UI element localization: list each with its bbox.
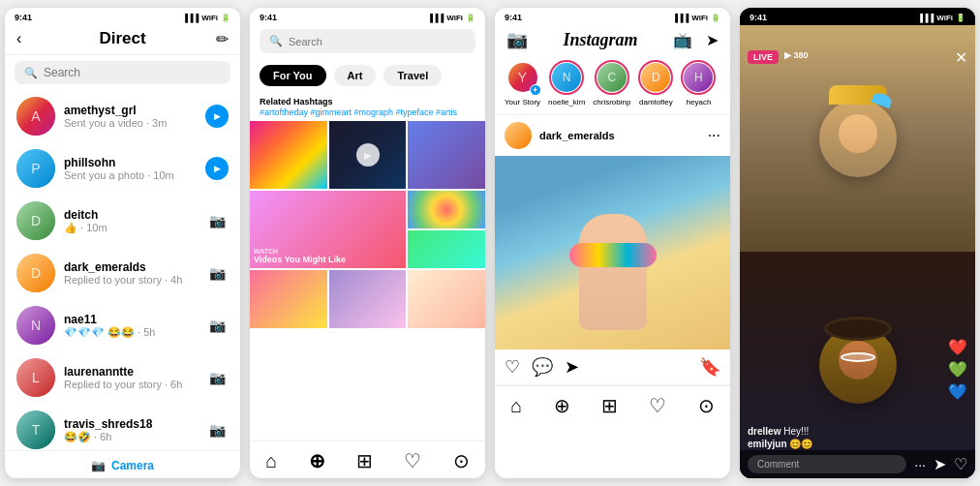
explore-cell-4[interactable] [408,191,485,228]
nav-add-2[interactable]: ⊞ [356,449,373,472]
explore-cell-2[interactable]: ▶ [329,121,407,189]
dm-preview: Replied to your story · 4h [64,274,197,286]
time-1: 9:41 [15,13,32,22]
live-send-icon[interactable]: ➤ [934,455,946,473]
dm-avatar: T [16,410,55,449]
story-inner-3: D [641,63,670,92]
battery-icon-4: 🔋 [956,14,965,22]
dm-action: 📷 [205,418,229,441]
nav-profile-2[interactable]: ⊙ [453,449,470,472]
explore-cell-8[interactable] [408,270,485,328]
dm-name: dark_emeralds [64,260,197,274]
explore-row-2: WATCH Videos You Might Like [250,191,485,268]
camera-action-icon: 📷 [209,422,226,438]
post-username[interactable]: dark_emeralds [539,130,700,141]
explore-cell-5[interactable] [408,230,485,268]
hand-bracelet-image [495,156,730,349]
dm-preview: Replied to your story · 6h [64,379,197,390]
dm-info: phillsohnSent you a photo · 10m [64,156,197,181]
search-input-1[interactable] [44,66,221,79]
signal-icon-2: ▐▐▐ [427,14,444,22]
emoji-heart: ❤️ [948,338,967,356]
live-input-bar: ··· ➤ ♡ [740,450,975,478]
comment-text-1: Hey!!! [783,426,809,437]
dm-info: laurenanntteReplied to your story · 6h [64,365,197,390]
dm-name: amethyst_grl [64,104,197,117]
wifi-icon-2: WiFi [446,14,463,22]
explore-search-input[interactable] [289,36,466,47]
tab-travel[interactable]: Travel [383,65,442,86]
camera-label[interactable]: Camera [111,459,154,472]
search-bar-1[interactable]: 🔍 [15,61,230,84]
tab-art[interactable]: Art [334,65,377,86]
wifi-icon-4: WiFi [936,14,953,22]
story-item-4[interactable]: H heyach [681,60,716,106]
explore-cell-3[interactable] [408,121,485,189]
search-icon-2: 🔍 [269,35,283,47]
time-2: 9:41 [260,13,277,22]
nav-search-2[interactable]: ⊕ [309,449,325,472]
like-icon[interactable]: ♡ [505,356,520,378]
story-item-0[interactable]: Y + Your Story [505,60,540,106]
nav-add-3[interactable]: ⊞ [601,394,618,417]
live-comments: drellew Hey!!! emilyjun 😊😊 [748,426,967,451]
story-name-2: chrisrobinp [593,98,630,106]
explore-grid: ▶ WATCH Videos You Might Like [250,121,485,440]
nav-heart-2[interactable]: ♡ [404,449,421,472]
nav-home-2[interactable]: ⌂ [265,450,277,472]
play-button[interactable]: ▶ [205,105,229,128]
explore-search-bar[interactable]: 🔍 [260,29,475,53]
tab-for-you[interactable]: For You [260,65,326,86]
dm-item-nae11[interactable]: Nnae11💎💎💎 😂😂 · 5h📷 [5,299,240,351]
dm-name: laurenanntte [64,365,197,379]
live-options-icon[interactable]: ··· [914,457,926,472]
cell-img-wide: WATCH Videos You Might Like [250,191,406,268]
story-item-3[interactable]: D damtofley [638,60,673,106]
nav-search-3[interactable]: ⊕ [554,394,570,417]
comment-icon[interactable]: 💬 [532,356,553,378]
cell-img-4 [408,191,485,228]
nav-heart-3[interactable]: ♡ [649,394,666,417]
hashtag-text[interactable]: #artoftheday #gimmeart #mograph #typefac… [260,107,457,117]
explore-cell-7[interactable] [329,270,407,328]
dm-action: 📷 [205,209,229,232]
send-icon[interactable]: ➤ [706,31,719,49]
dm-avatar: L [16,358,55,397]
tv-icon[interactable]: 📺 [673,31,692,49]
story-item-2[interactable]: C chrisrobinp [593,60,630,106]
live-heart-icon[interactable]: ♡ [954,455,967,473]
status-bar-3: 9:41 ▐▐▐ WiFi 🔋 [495,8,730,25]
dm-name: travis_shreds18 [64,417,197,431]
explore-row-3 [250,270,485,328]
post-more-icon[interactable]: ··· [708,127,720,144]
cell-img-3 [408,121,485,189]
nav-home-3[interactable]: ⌂ [510,395,522,417]
dm-item-phillsohn[interactable]: PphillsohnSent you a photo · 10m▶ [5,142,240,195]
dm-item-dark_emeralds[interactable]: Ddark_emeraldsReplied to your story · 4h… [5,247,240,299]
play-circle[interactable]: ▶ [356,143,380,167]
dm-avatar: A [16,97,55,136]
share-icon[interactable]: ➤ [565,356,579,378]
bookmark-icon[interactable]: 🔖 [699,356,720,378]
live-comment-input[interactable] [748,455,906,473]
camera-header-icon[interactable]: 📷 [506,29,528,50]
battery-icon: 🔋 [221,14,230,22]
nav-profile-3[interactable]: ⊙ [698,394,715,417]
live-close-button[interactable]: ✕ [955,48,967,67]
story-item-1[interactable]: N noelle_kim [548,60,585,106]
time-3: 9:41 [505,13,522,22]
comment-user-1: drellew [748,426,781,437]
explore-cell-1[interactable] [250,121,327,189]
comment-text-2: 😊😊 [789,439,812,449]
dm-item-laurenanntte[interactable]: LlaurenanntteReplied to your story · 6h📷 [5,351,240,404]
dm-action: 📷 [205,261,229,285]
play-button[interactable]: ▶ [205,157,229,180]
explore-cell-6[interactable] [250,270,327,328]
compose-icon[interactable]: ✏ [205,30,229,48]
back-icon[interactable]: ‹ [16,30,40,47]
explore-cell-wide[interactable]: WATCH Videos You Might Like [250,191,406,268]
dm-item-travis_shreds18[interactable]: Ttravis_shreds18😂🤣 · 6h📷 [5,404,240,450]
dm-item-amethyst_grl[interactable]: Aamethyst_grlSent you a video · 3m▶ [5,90,240,142]
dm-item-deitch[interactable]: Ddeitch👍 · 10m📷 [5,195,240,247]
hair-decoration [824,317,892,341]
